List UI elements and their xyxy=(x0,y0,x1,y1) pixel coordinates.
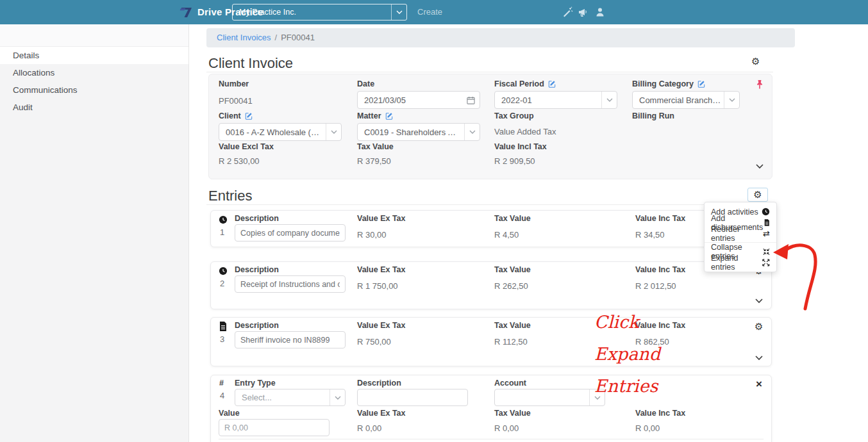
expand-icon xyxy=(762,259,770,266)
value-inc-tax-column-label: Value Inc Tax xyxy=(635,409,685,418)
entry-tax-value: R 0,00 xyxy=(494,423,519,433)
chevron-down-icon xyxy=(330,389,345,405)
expand-entry-chevron-icon[interactable] xyxy=(755,356,763,361)
breadcrumb-separator: / xyxy=(275,33,278,42)
edit-icon[interactable] xyxy=(385,112,393,120)
entries-settings-menu: Add activities Add disbursements Reorder… xyxy=(704,202,777,272)
sidebar-item-details[interactable]: Details xyxy=(0,47,188,64)
breadcrumb: Client Invoices/PF00041 xyxy=(206,28,795,47)
date-input[interactable] xyxy=(357,91,480,109)
breadcrumb-current: PF00041 xyxy=(281,33,315,42)
left-sidebar: Details Allocations Communications Audit xyxy=(0,24,189,442)
tax-value-value: R 379,50 xyxy=(357,156,391,166)
value-ex-tax-column-label: Value Ex Tax xyxy=(357,214,406,223)
invoice-header-panel: Number PF00041 Date Fiscal Period 2022-0… xyxy=(208,74,772,179)
edit-icon[interactable] xyxy=(697,80,705,88)
client-label: Client xyxy=(219,111,253,120)
sidebar-item-communications[interactable]: Communications xyxy=(0,81,188,99)
tax-group-value: Value Added Tax xyxy=(494,127,556,136)
matter-label: Matter xyxy=(357,111,393,120)
calendar-icon[interactable] xyxy=(467,96,475,104)
drive-practice-logo-icon xyxy=(179,4,194,20)
edit-icon[interactable] xyxy=(548,80,556,88)
swap-arrows-icon: ⇄ xyxy=(763,229,770,238)
invoice-settings-gear-icon[interactable]: ⚙ xyxy=(751,57,760,67)
tax-value-label: Tax Value xyxy=(357,142,394,151)
value-ex-tax-column-label: Value Ex Tax xyxy=(357,265,406,274)
entry-value-inc-tax: R 34,50 xyxy=(635,230,665,240)
chevron-down-icon xyxy=(724,92,739,108)
number-value: PF00041 xyxy=(219,96,253,106)
entry-value-inc-tax: R 862,50 xyxy=(635,337,669,347)
expand-entry-chevron-icon[interactable] xyxy=(755,299,763,304)
top-navbar: Drive Practice My Practice Inc. Create xyxy=(0,0,868,24)
account-select[interactable] xyxy=(494,389,605,406)
page-title: Client Invoice xyxy=(208,55,293,72)
magic-wand-icon[interactable] xyxy=(562,6,573,18)
pin-icon[interactable] xyxy=(755,79,764,90)
entry-number: 3 xyxy=(220,334,224,344)
description-column-label: Description xyxy=(235,214,279,223)
entry-tax-value: R 112,50 xyxy=(494,337,528,347)
sidebar-item-allocations[interactable]: Allocations xyxy=(0,64,188,81)
chevron-down-icon xyxy=(326,124,341,140)
file-icon xyxy=(219,322,227,331)
collapse-panel-chevron-icon[interactable] xyxy=(756,164,764,169)
value-inc-tax-column-label: Value Inc Tax xyxy=(635,214,685,223)
date-label: Date xyxy=(357,79,374,88)
menu-item-expand-entries[interactable]: Expand entries xyxy=(705,257,776,268)
entry-description-input[interactable] xyxy=(235,275,346,293)
chevron-down-icon xyxy=(601,92,617,108)
fiscal-period-label: Fiscal Period xyxy=(494,79,556,88)
sidebar-item-audit[interactable]: Audit xyxy=(0,99,188,116)
close-icon[interactable]: × xyxy=(756,378,762,391)
create-menu[interactable]: Create xyxy=(417,7,442,17)
fiscal-period-select[interactable]: 2022-01 xyxy=(494,91,617,109)
value-incl-tax-value: R 2 909,50 xyxy=(494,156,535,166)
entry-row-3: 3 Description Value Ex Tax Tax Value Val… xyxy=(210,317,772,366)
entry-value-ex-tax: R 30,00 xyxy=(357,230,387,240)
entries-title: Entries xyxy=(208,188,252,204)
entry-type-select[interactable]: Select... xyxy=(235,389,346,406)
chevron-down-icon xyxy=(589,389,605,405)
breadcrumb-client-invoices-link[interactable]: Client Invoices xyxy=(217,33,271,42)
value-ex-tax-column-label: Value Ex Tax xyxy=(357,409,406,418)
entry-number: 2 xyxy=(220,279,224,288)
tax-value-column-label: Tax Value xyxy=(494,409,531,418)
description-column-label: Description xyxy=(235,321,279,330)
description-column-label: Description xyxy=(235,265,279,274)
description-column-label: Description xyxy=(357,379,401,388)
edit-icon[interactable] xyxy=(245,112,253,120)
number-label: Number xyxy=(219,79,249,88)
entry-row-1: 1 Description Value Ex Tax Tax Value Val… xyxy=(210,210,772,247)
megaphone-icon[interactable] xyxy=(578,6,589,18)
tax-value-column-label: Tax Value xyxy=(494,321,531,330)
entry-value-ex-tax: R 1 750,00 xyxy=(357,281,398,291)
entry-description-input[interactable] xyxy=(357,389,468,406)
entry-value-input[interactable] xyxy=(219,419,330,436)
sidebar-header xyxy=(0,24,188,47)
billing-category-select[interactable]: Commercial Branch A - Commercial ... xyxy=(632,91,740,109)
client-select[interactable]: 0016 - A-Z Wholesale (Pty) Ltd xyxy=(219,123,342,141)
matter-select[interactable]: C0019 - Shareholders Agreement: A... xyxy=(357,123,480,141)
entry-gear-icon[interactable]: ⚙ xyxy=(755,322,763,332)
entry-tax-value: R 262,50 xyxy=(494,281,528,291)
collapse-icon xyxy=(763,248,770,256)
value-excl-tax-label: Value Excl Tax xyxy=(219,142,274,151)
entries-settings-button[interactable]: ⚙ xyxy=(747,188,768,202)
entry-value-inc-tax: R 0,00 xyxy=(635,423,660,433)
entry-type-column-label: Entry Type xyxy=(235,379,276,388)
account-column-label: Account xyxy=(494,379,526,388)
entry-number: 4 xyxy=(220,391,224,400)
chevron-down-icon xyxy=(464,124,480,140)
file-icon xyxy=(764,218,770,227)
user-icon[interactable] xyxy=(594,6,606,18)
entry-description-input[interactable] xyxy=(235,224,346,241)
menu-item-reorder-entries[interactable]: Reorder entries ⇄ xyxy=(705,228,776,239)
value-incl-tax-label: Value Incl Tax xyxy=(494,142,547,151)
divider xyxy=(206,72,773,72)
practice-select[interactable]: My Practice Inc. xyxy=(232,4,407,20)
entry-description-input[interactable] xyxy=(235,331,346,348)
entry-value-ex-tax: R 750,00 xyxy=(357,337,391,347)
practice-select-value: My Practice Inc. xyxy=(239,8,296,17)
